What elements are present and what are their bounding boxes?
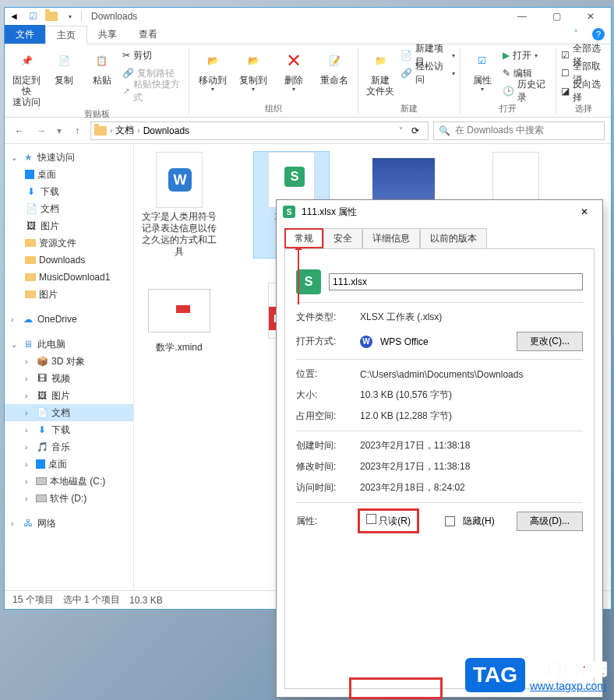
easy-access-icon: 🔗	[401, 68, 412, 79]
properties-button[interactable]: ☑属性▾	[465, 47, 499, 93]
tab-previous-versions[interactable]: 以前的版本	[420, 228, 487, 248]
sidebar-onedrive[interactable]: ›☁OneDrive	[5, 311, 133, 328]
sidebar-downloads[interactable]: ⬇下载	[5, 183, 133, 200]
disk-size-value: 12.0 KB (12,288 字节)	[360, 410, 583, 423]
sidebar-documents[interactable]: 📄文档	[5, 200, 133, 217]
sidebar-disk-c[interactable]: ›本地磁盘 (C:)	[5, 473, 133, 490]
copyto-icon: 📂	[241, 48, 266, 73]
breadcrumb-downloads[interactable]: Downloads	[143, 125, 189, 136]
move-to-button[interactable]: 📂移动到▾	[194, 47, 231, 93]
chevron-right-icon[interactable]: ›	[137, 126, 139, 135]
easy-access-button[interactable]: 🔗轻松访问▾	[401, 65, 454, 82]
file-item[interactable]: W 文字是人类用符号记录表达信息以传之久远的方式和工具	[142, 152, 217, 258]
advanced-button[interactable]: 高级(D)...	[517, 512, 583, 531]
tab-general[interactable]: 常规	[284, 228, 323, 248]
sidebar-pictures3[interactable]: ›🖼图片	[5, 387, 133, 404]
sidebar-network[interactable]: ›🖧网络	[5, 515, 133, 532]
search-input[interactable]: 🔍 在 Downloads 中搜索	[433, 121, 605, 140]
sidebar-disk-d[interactable]: ›软件 (D:)	[5, 490, 133, 507]
up-button[interactable]: ↑	[69, 121, 86, 140]
sidebar-videos[interactable]: ›🎞视频	[5, 370, 133, 387]
history-dropdown[interactable]: ▾	[55, 121, 64, 140]
folder-icon	[25, 256, 36, 264]
music-icon: 🎵	[36, 441, 48, 453]
spreadsheet-icon: S	[284, 167, 305, 187]
sidebar-music-download[interactable]: MusicDownload1	[5, 269, 133, 286]
collapse-ribbon-icon[interactable]: ˄	[573, 29, 578, 40]
created-value: 2023年2月17日，11:38:18	[360, 439, 583, 452]
sidebar-desktop[interactable]: 桌面	[5, 166, 133, 183]
ribbon: 📌 固定到快 速访问 📄 复制 📋 粘贴 ✂剪切 🔗复制路径 ↗粘贴快捷方式 剪	[5, 44, 611, 118]
address-bar[interactable]: › 文档 › Downloads ˅ ⟳	[90, 121, 429, 140]
invert-icon: ◪	[561, 86, 570, 97]
forward-button[interactable]: →	[33, 121, 50, 140]
close-button[interactable]: ✕	[573, 8, 608, 25]
rename-icon: 📝	[322, 48, 347, 73]
cut-button[interactable]: ✂剪切	[122, 47, 184, 64]
pin-to-quick-access-button[interactable]: 📌 固定到快 速访问	[9, 47, 44, 107]
sidebar-quick-access[interactable]: ⌄★快速访问	[5, 149, 133, 166]
copy-button[interactable]: 📄 复制	[47, 47, 81, 86]
minimize-button[interactable]: —	[505, 8, 539, 25]
sidebar-downloads2[interactable]: ›⬇下载	[5, 421, 133, 438]
disk-icon	[36, 494, 47, 502]
copy-icon: 📄	[51, 48, 76, 73]
filename-input[interactable]	[329, 273, 583, 290]
open-button[interactable]: ▶打开▾	[503, 47, 551, 64]
location-value: C:\Users\admin\Documents\Downloads	[360, 369, 583, 380]
wps-icon: W	[360, 336, 372, 348]
desktop-icon	[25, 170, 34, 179]
chevron-right-icon[interactable]: ›	[110, 126, 112, 135]
refresh-button[interactable]: ⟳	[406, 125, 425, 136]
help-icon[interactable]: ?	[592, 28, 605, 40]
select-none-icon: ☐	[561, 68, 570, 79]
sidebar-pictures[interactable]: 🖼图片	[5, 217, 133, 234]
breadcrumb-documents[interactable]: 文档	[115, 124, 134, 137]
copy-to-button[interactable]: 📂复制到▾	[235, 47, 272, 93]
sidebar-desktop2[interactable]: ›桌面	[5, 456, 133, 473]
history-button[interactable]: 🕒历史记录	[503, 83, 551, 100]
properties-dialog: S 111.xlsx 属性 ✕ 常规 安全 详细信息 以前的版本 S 文件类型:…	[276, 199, 603, 698]
invert-selection-button[interactable]: ◪反向选择	[561, 83, 606, 100]
sidebar-music[interactable]: ›🎵音乐	[5, 438, 133, 456]
delete-button[interactable]: ✕删除▾	[275, 47, 312, 93]
dialog-close-button[interactable]: ✕	[573, 206, 596, 217]
tab-view[interactable]: 查看	[128, 25, 168, 44]
qat-back-icon[interactable]: ◄	[8, 10, 20, 23]
qat-properties-icon[interactable]: ☑	[26, 10, 39, 23]
new-folder-button[interactable]: 📁新建 文件夹	[363, 47, 397, 97]
new-folder-icon: 📁	[368, 48, 393, 73]
cloud-icon: ☁	[22, 313, 34, 325]
sidebar-downloads-folder[interactable]: Downloads	[5, 252, 133, 269]
document-icon: 📄	[25, 202, 37, 215]
readonly-checkbox[interactable]	[366, 514, 376, 524]
rename-button[interactable]: 📝重命名	[316, 47, 353, 86]
file-item[interactable]: 数学.xmind	[142, 283, 217, 389]
paste-button[interactable]: 📋 粘贴	[85, 47, 119, 86]
annotation-highlight: 只读(R)	[360, 511, 417, 531]
tab-security[interactable]: 安全	[323, 228, 362, 248]
tab-details[interactable]: 详细信息	[362, 228, 420, 248]
chevron-down-icon[interactable]: ˅	[399, 126, 403, 135]
sidebar-this-pc[interactable]: ⌄🖥此电脑	[5, 336, 133, 353]
tab-file[interactable]: 文件	[5, 25, 45, 44]
qat-dropdown-icon[interactable]: ▾	[64, 10, 76, 23]
maximize-button[interactable]: ▢	[539, 8, 573, 25]
size-value: 10.3 KB (10,576 字节)	[360, 389, 583, 402]
sidebar-3d-objects[interactable]: ›📦3D 对象	[5, 353, 133, 370]
sidebar-pictures2[interactable]: 图片	[5, 286, 133, 303]
watermark: TAG 电脑技术网 www.tagxp.com	[465, 658, 608, 692]
tag-logo: TAG	[465, 658, 525, 692]
tab-home[interactable]: 主页	[45, 26, 87, 44]
sidebar-resource[interactable]: 资源文件	[5, 234, 133, 252]
back-button[interactable]: ←	[11, 121, 28, 140]
search-icon: 🔍	[439, 125, 450, 136]
dialog-titlebar: S 111.xlsx 属性 ✕	[277, 200, 602, 223]
select-all-icon: ☑	[561, 50, 570, 61]
hidden-checkbox[interactable]	[445, 516, 455, 526]
ribbon-tabs: 文件 主页 共享 查看 ˄ ?	[5, 25, 611, 44]
paste-shortcut-button[interactable]: ↗粘贴快捷方式	[122, 83, 184, 100]
tab-share[interactable]: 共享	[87, 25, 128, 44]
change-button[interactable]: 更改(C)...	[517, 332, 583, 351]
sidebar-documents2[interactable]: ›📄文档	[5, 404, 133, 421]
